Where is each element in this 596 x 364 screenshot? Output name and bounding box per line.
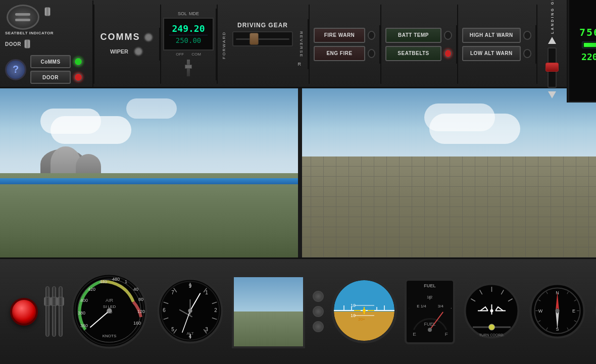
turn-coordinator: TURN COORD. [463,282,521,342]
svg-point-17 [107,308,112,313]
svg-text:380: 380 [78,310,85,316]
svg-text:5: 5 [171,327,174,332]
compass: N E S W [528,282,586,342]
seatbelt-oval-indicator [7,5,39,30]
viewport [0,88,596,257]
svg-text:E: E [413,331,416,337]
fuel-gauge: FUEL E F E 1/4 1/2 3/4 FUEL [405,279,455,344]
svg-text:120: 120 [137,309,145,314]
radio-slider-thumb [185,65,192,69]
svg-text:1: 1 [125,279,127,284]
seatbelt-toggle[interactable] [44,7,51,16]
emergency-button[interactable] [10,298,38,326]
svg-point-44 [188,308,192,313]
driving-gear-title: DRIVING GEAR [237,22,288,29]
fire-warn-button[interactable]: FIRE WARN [314,28,365,43]
reverse-label: REVERSE [299,31,303,59]
svg-text:KNOTS: KNOTS [103,334,117,338]
wiper-knob[interactable] [133,46,143,57]
svg-text:7: 7 [171,290,174,295]
gear-r-label: R [298,62,302,67]
eng-fire-button[interactable]: ENG FIRE [314,46,365,61]
door-toggle[interactable] [24,39,30,48]
svg-point-61 [363,309,366,312]
svg-rect-48 [334,311,394,341]
svg-text:6: 6 [163,307,166,313]
eng-fire-indicator [368,49,375,58]
svg-text:400: 400 [80,298,88,303]
climb-svg: UP 1 1 ½ ½ CLIMB [594,285,596,336]
altitude-sub: 2202 FT [581,51,596,62]
altimeter-svg: 9 1 2 3 4 5 6 7 ALT [156,277,224,345]
svg-text:AIR: AIR [106,298,114,303]
urban-ground-right [298,157,596,257]
throttle-lever-2[interactable] [52,286,56,337]
seatbelts-button[interactable]: SEATBELTS [385,46,441,61]
comms-button[interactable]: CoMMS [30,55,71,68]
camera-sky [234,277,303,315]
camera-btn-3[interactable] [313,321,324,332]
svg-text:440: 440 [100,279,107,284]
svg-text:20+: 20+ [358,317,365,322]
throttle-lever-1[interactable] [45,286,49,337]
low-alt-warn-button[interactable]: LOW ALT WARN [462,46,521,61]
svg-point-88 [489,324,495,330]
radio-mde-label: MDE [189,11,199,16]
forward-label: FORWARD [222,31,226,59]
svg-text:10: 10 [351,303,356,308]
svg-point-98 [556,308,560,313]
svg-text:10: 10 [351,313,356,318]
gear-slider-track[interactable] [232,31,293,46]
radio-slider[interactable] [186,59,190,77]
svg-text:FUEL: FUEL [424,322,435,327]
cloud-3 [126,98,177,119]
comms-indicator [74,57,83,66]
svg-text:E: E [572,308,575,314]
seatbelts-indicator [444,49,452,58]
radio-com-label: COM [191,52,201,57]
batt-temp-button[interactable]: BATT TEMP [385,28,441,43]
cloud-2 [51,116,131,144]
svg-text:360: 360 [80,323,88,328]
svg-point-86 [490,309,493,312]
speedometer-svg: 360 380 400 420 440 480 1 40 80 120 160 … [70,272,148,350]
landing-gear-thumb [545,63,559,72]
batt-temp-indicator [444,31,452,40]
help-button[interactable]: ? [5,59,26,80]
throttle-area [45,286,63,337]
landing-gear-slider[interactable] [548,47,557,88]
attitude-indicator: 10 10 20+ [331,278,397,345]
radio-display: 249.20 250.00 [163,18,214,50]
altitude-bar [582,41,597,48]
fire-warn-indicator [368,31,375,40]
throttle-lever-3[interactable] [59,286,63,337]
landing-gear-section: LANDING GEAR [537,0,568,102]
svg-text:160: 160 [133,321,141,326]
camera-btn-2[interactable] [313,306,324,317]
water-strip [0,178,298,184]
high-alt-indicator [523,31,531,40]
climb-indicator: UP 1 1 ½ ½ CLIMB [594,285,596,338]
svg-text:1: 1 [205,290,208,295]
svg-text:480: 480 [112,277,120,282]
throttle-handle-2 [51,297,58,306]
door-button[interactable]: DOOR [30,71,71,84]
bottom-panel: 360 380 400 420 440 480 1 40 80 120 160 … [0,257,596,364]
comms-title: CoMMS [101,32,140,42]
radio-freq-main: 249.20 [172,23,205,34]
svg-text:E 1/4: E 1/4 [417,304,426,308]
fuel-svg: E F E 1/4 1/2 3/4 FUEL [409,290,452,340]
comms-knob[interactable] [143,32,154,42]
camera-btn-1[interactable] [313,291,324,302]
svg-text:ALT: ALT [186,331,193,336]
svg-text:40: 40 [133,287,138,292]
svg-rect-47 [334,280,394,311]
radio-freq-sub: 250.00 [176,36,202,44]
svg-line-67 [451,306,452,309]
cloud-5 [429,114,520,144]
high-alt-warn-button[interactable]: HIGH ALT WARN [462,28,521,43]
svg-text:9: 9 [189,283,192,289]
radio-sol-label: SOL [178,11,187,16]
camera-view [232,275,305,348]
throttle-handle-3 [57,297,64,306]
